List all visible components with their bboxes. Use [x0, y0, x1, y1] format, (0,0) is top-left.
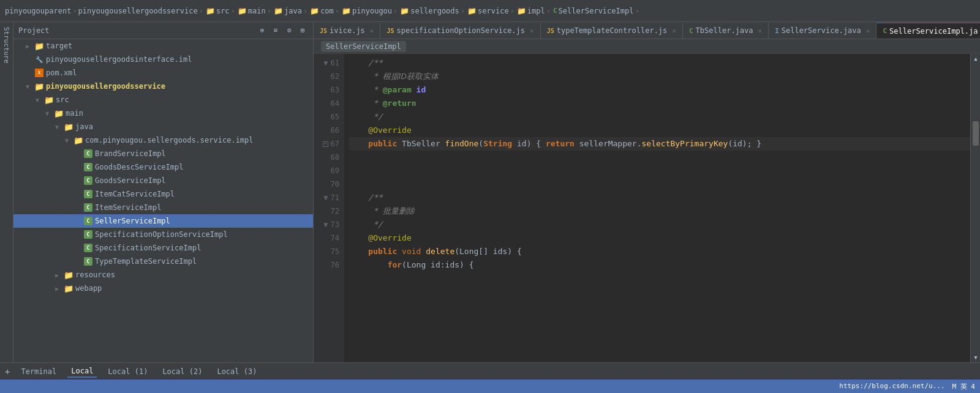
tab-label6: SellerServiceImpl.ja	[889, 27, 978, 36]
breadcrumb-item-impl[interactable]: impl	[527, 7, 545, 15]
breadcrumb-item-src[interactable]: src	[216, 7, 230, 15]
tree-item-TypeTemplateServiceImpl[interactable]: ▶ C TypeTemplateServiceImpl	[13, 255, 313, 268]
breadcrumb-item-root[interactable]: pinyougouparent	[5, 7, 71, 15]
terminal-add-btn[interactable]: +	[5, 367, 10, 376]
tab-TbSeller-java[interactable]: C TbSeller.java ×	[683, 23, 769, 39]
tab-js-icon: JS	[320, 28, 327, 34]
tree-item-resources[interactable]: ▶ 📁 resources	[13, 268, 313, 282]
code-line-73: */	[349, 218, 970, 231]
tree-item-SpecificationOptionServiceImpl[interactable]: ▶ C SpecificationOptionServiceImpl	[13, 228, 313, 241]
code-content[interactable]: /** * 根据ID获取实体 * @param id * @return	[344, 54, 970, 362]
tab-ivice-js[interactable]: JS ivice.js ×	[314, 23, 380, 39]
tree-item-SpecificationServiceImpl[interactable]: ▶ C SpecificationServiceImpl	[13, 241, 313, 255]
sidebar-locate-btn[interactable]: ⊕	[257, 25, 268, 36]
tree-item-BrandServiceImpl[interactable]: ▶ C BrandServiceImpl	[13, 147, 313, 160]
tree-item-ItemServiceImpl[interactable]: ▶ C ItemServiceImpl	[13, 201, 313, 214]
terminal-tab-local[interactable]: Local	[67, 365, 97, 378]
tree-item-SellerServiceImpl[interactable]: ▶ C SellerServiceImpl	[13, 214, 313, 228]
tree-item-pom[interactable]: ▶ X pom.xml	[13, 66, 313, 80]
tab-js-icon3: JS	[547, 28, 554, 34]
sidebar-tree: ▶ 📁 target ▶ 🔧 pinyougousellergoodsinter…	[13, 39, 313, 362]
structure-label[interactable]: Structure	[1, 24, 12, 66]
breadcrumb-item-class[interactable]: SellerServiceImpl	[559, 7, 634, 15]
code-line-62: * 根据ID获取实体	[349, 70, 970, 83]
tree-item-GoodsDescServiceImpl[interactable]: ▶ C GoodsDescServiceImpl	[13, 160, 313, 174]
tab-i-icon: I	[775, 27, 779, 35]
tab-close-icon[interactable]: ×	[370, 27, 374, 35]
breadcrumb-item-service2[interactable]: service	[478, 7, 509, 15]
code-line-65: */	[349, 110, 970, 124]
editor-area: JS ivice.js × JS specificationOptionServ…	[314, 22, 980, 362]
tab-SellerService-java[interactable]: I SellerService.java ×	[769, 23, 876, 39]
editor-breadcrumb-class[interactable]: SellerServiceImpl	[321, 41, 406, 52]
sidebar-title: Project	[18, 26, 50, 35]
status-bar: https://blog.csdn.net/u... M 英 4	[0, 380, 980, 393]
breadcrumb-item-pinyougou[interactable]: pinyougou	[352, 7, 392, 15]
breadcrumb-item-main[interactable]: main	[248, 7, 266, 15]
breadcrumb-item-com[interactable]: com	[320, 7, 334, 15]
status-right: https://blog.csdn.net/u... M 英 4	[839, 382, 975, 391]
scroll-thumb[interactable]	[973, 121, 979, 146]
tab-close-icon4[interactable]: ×	[758, 27, 763, 35]
terminal-tab-local3[interactable]: Local (3)	[213, 366, 260, 377]
far-left-panel: Structure	[0, 22, 13, 362]
tree-item-com-pkg[interactable]: ▼ 📁 com.pinyougou.sellergoods.service.im…	[13, 133, 313, 147]
sidebar: Project ⊕ ≡ ⚙ ⊞ ▶ 📁 target ▶ 🔧 pinyougou…	[13, 22, 314, 362]
tab-js-icon2: JS	[386, 28, 394, 34]
tab-c-icon: C	[689, 27, 693, 35]
code-line-71: /**	[349, 191, 970, 204]
code-line-61: /**	[349, 56, 970, 70]
tab-close-icon3[interactable]: ×	[672, 27, 676, 35]
line-numbers: ▼ 61 62 63 64 65 66 + 67 68 69 70 ▼ 71	[314, 54, 344, 362]
scroll-up-btn[interactable]: ▲	[971, 54, 980, 64]
tree-item-target[interactable]: ▶ 📁 target	[13, 39, 313, 53]
terminal-bar: + Terminal Local Local (1) Local (2) Loc…	[0, 362, 980, 380]
breadcrumb-folder-icon: 📁	[206, 7, 215, 15]
editor-breadcrumb: SellerServiceImpl	[314, 39, 980, 54]
code-line-64: * @return	[349, 97, 970, 110]
tab-c-icon2: C	[883, 27, 887, 35]
code-line-75: public void delete(Long[] ids) {	[349, 245, 970, 258]
tree-item-main[interactable]: ▼ 📁 main	[13, 107, 313, 120]
breadcrumb-item-service[interactable]: pinyougousellergoodsservice	[78, 7, 198, 15]
breadcrumb-item-sellergoods[interactable]: sellergoods	[410, 7, 459, 15]
terminal-tab-terminal[interactable]: Terminal	[17, 366, 60, 377]
terminal-tab-local1[interactable]: Local (1)	[104, 366, 151, 377]
scroll-down-btn[interactable]: ▼	[971, 353, 980, 362]
status-encoding: M 英 4	[952, 382, 976, 391]
code-line-76: for(Long id:ids) {	[349, 258, 970, 272]
breadcrumb-item-java[interactable]: java	[284, 7, 302, 15]
sidebar-expand-btn[interactable]: ⊞	[297, 25, 308, 36]
tree-item-GoodsServiceImpl[interactable]: ▶ C GoodsServiceImpl	[13, 174, 313, 187]
tab-bar: JS ivice.js × JS specificationOptionServ…	[314, 22, 980, 39]
tree-item-webapp[interactable]: ▶ 📁 webapp	[13, 282, 313, 295]
tab-close-icon5[interactable]: ×	[866, 27, 870, 35]
tab-label3: typeTemplateController.js	[557, 26, 668, 35]
code-line-72: * 批量删除	[349, 204, 970, 218]
tab-specificationOptionService-js[interactable]: JS specificationOptionService.js ×	[380, 23, 540, 39]
sidebar-header: Project ⊕ ≡ ⚙ ⊞	[13, 22, 313, 39]
tab-label: ivice.js	[330, 26, 365, 35]
right-scrollbar[interactable]: ▲ ▼	[970, 54, 980, 362]
sidebar-toolbar: ⊕ ≡ ⚙ ⊞	[257, 25, 308, 36]
tree-item-sellergoodsservice[interactable]: ▼ 📁 pinyougousellergoodsservice	[13, 80, 313, 93]
code-line-70	[349, 178, 970, 191]
status-url: https://blog.csdn.net/u...	[839, 382, 944, 391]
sidebar-collapse-btn[interactable]: ≡	[270, 25, 281, 36]
tree-item-java[interactable]: ▼ 📁 java	[13, 120, 313, 133]
tree-item-iml[interactable]: ▶ 🔧 pinyougousellergoodsinterface.iml	[13, 53, 313, 66]
tab-label5: SellerService.java	[782, 26, 861, 35]
code-line-68	[349, 151, 970, 164]
tree-item-ItemCatServiceImpl[interactable]: ▶ C ItemCatServiceImpl	[13, 187, 313, 201]
code-line-66: @Override	[349, 124, 970, 137]
sidebar-gear-btn[interactable]: ⚙	[284, 25, 295, 36]
breadcrumb-bar: pinyougouparent › pinyougousellergoodsse…	[0, 0, 980, 22]
scroll-track[interactable]	[971, 64, 980, 353]
tab-label2: specificationOptionService.js	[397, 26, 526, 35]
code-editor: ▼ 61 62 63 64 65 66 + 67 68 69 70 ▼ 71	[314, 54, 980, 362]
tab-typeTemplateController-js[interactable]: JS typeTemplateController.js ×	[541, 23, 683, 39]
tree-item-src[interactable]: ▼ 📁 src	[13, 93, 313, 107]
terminal-tab-local2[interactable]: Local (2)	[159, 366, 206, 377]
tab-close-icon2[interactable]: ×	[530, 27, 534, 35]
tab-SellerServiceImpl-java[interactable]: C SellerServiceImpl.ja ×	[876, 23, 980, 39]
